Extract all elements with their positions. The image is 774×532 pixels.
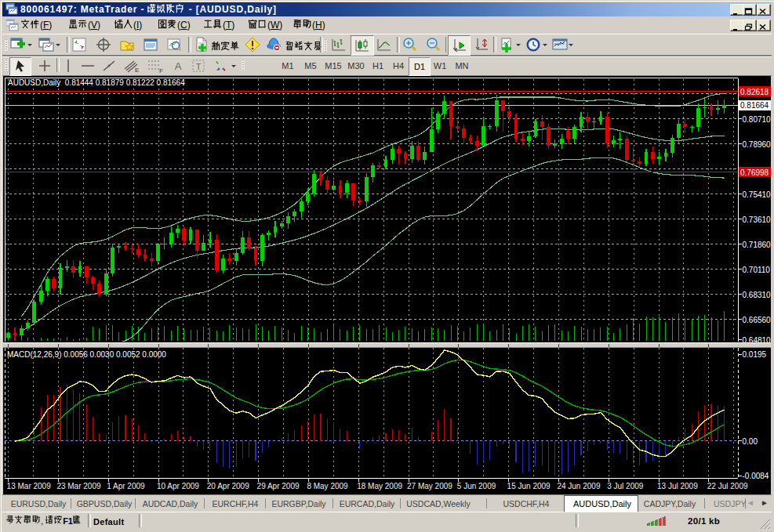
svg-text:A: A bbox=[175, 60, 182, 72]
svg-text:0.81664: 0.81664 bbox=[740, 101, 769, 110]
svg-text:0.70110: 0.70110 bbox=[743, 266, 771, 274]
svg-text:F: F bbox=[159, 67, 163, 74]
svg-text:29 Apr 2009: 29 Apr 2009 bbox=[257, 482, 300, 490]
svg-text:8 May 2009: 8 May 2009 bbox=[307, 482, 348, 490]
svg-text:23 Mar 2009: 23 Mar 2009 bbox=[56, 482, 101, 490]
svg-text:0.73610: 0.73610 bbox=[743, 215, 772, 224]
svg-text:22 Jul 2009: 22 Jul 2009 bbox=[707, 482, 748, 490]
svg-text:T: T bbox=[196, 62, 202, 71]
svg-text:-0.0084: -0.0084 bbox=[743, 472, 769, 480]
svg-text:27 May 2009: 27 May 2009 bbox=[407, 482, 452, 490]
svg-text:MACD(12,26,9) 0.0056 0.0030 0.: MACD(12,26,9) 0.0056 0.0030 0.0052 0.000… bbox=[7, 350, 166, 359]
svg-text:E: E bbox=[135, 67, 139, 74]
svg-text:5 Jun 2009: 5 Jun 2009 bbox=[457, 482, 496, 490]
svg-text:0.75410: 0.75410 bbox=[743, 190, 772, 199]
svg-text:24 Jun 2009: 24 Jun 2009 bbox=[557, 482, 600, 490]
svg-text:13 Jul 2009: 13 Jul 2009 bbox=[657, 482, 698, 490]
svg-text:0.78960: 0.78960 bbox=[743, 140, 772, 149]
svg-text:0.66560: 0.66560 bbox=[743, 316, 772, 324]
svg-text:AUDUSD,Daily 0.81444 0.81879: AUDUSD,Daily 0.81444 0.81879 0.81222 0.8… bbox=[8, 78, 185, 87]
svg-text:0.82618: 0.82618 bbox=[740, 88, 769, 96]
svg-text:10 Apr 2009: 10 Apr 2009 bbox=[157, 482, 199, 490]
svg-text:0.64810: 0.64810 bbox=[743, 336, 772, 345]
svg-text:0.00: 0.00 bbox=[743, 437, 758, 446]
svg-text:15 Jun 2009: 15 Jun 2009 bbox=[507, 482, 551, 490]
svg-text:0.68310: 0.68310 bbox=[743, 291, 772, 299]
svg-text:0.80710: 0.80710 bbox=[743, 115, 772, 124]
svg-text:0.71860: 0.71860 bbox=[743, 241, 772, 249]
svg-text:0.76998: 0.76998 bbox=[740, 168, 769, 177]
svg-text:0.0195: 0.0195 bbox=[743, 350, 767, 359]
svg-text:20 Apr 2009: 20 Apr 2009 bbox=[207, 482, 249, 490]
svg-text:1 Apr 2009: 1 Apr 2009 bbox=[107, 482, 145, 490]
svg-text:3 Jul 2009: 3 Jul 2009 bbox=[607, 482, 644, 490]
svg-text:13 Mar 2009: 13 Mar 2009 bbox=[7, 482, 52, 490]
svg-text:18 May 2009: 18 May 2009 bbox=[357, 482, 402, 490]
